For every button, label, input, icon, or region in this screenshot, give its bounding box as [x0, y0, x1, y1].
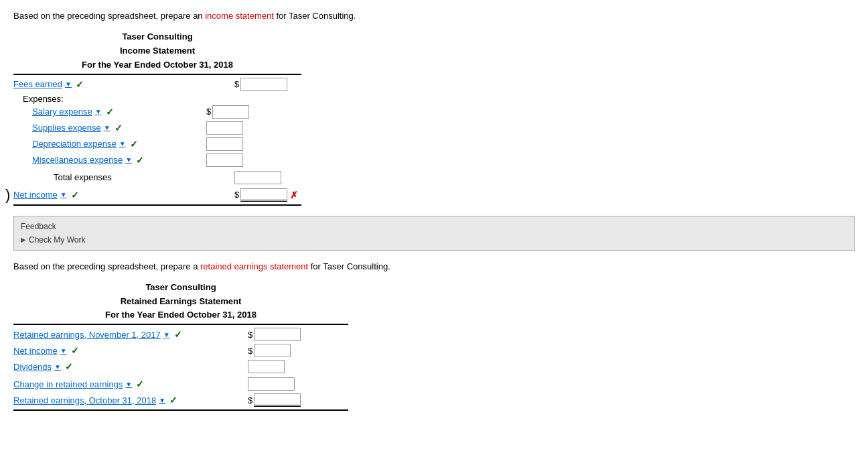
income-title-period: For the Year Ended October 31, 2018 [13, 58, 301, 72]
supplies-expense-row: Supplies expense ▼ ✓ [32, 121, 301, 135]
supplies-check: ✓ [115, 123, 123, 133]
depreciation-expense-label[interactable]: Depreciation expense ▼ [32, 139, 126, 149]
misc-expense-row: Miscellaneous expense ▼ ✓ [32, 153, 301, 167]
re-oct-label[interactable]: Retained earnings, October 31, 2018 ▼ [13, 395, 165, 405]
dividends-label[interactable]: Dividends ▼ [13, 362, 61, 372]
misc-input-col [206, 153, 243, 167]
re-net-income-input[interactable] [254, 344, 291, 357]
depreciation-expense-row: Depreciation expense ▼ ✓ [32, 137, 301, 151]
total-expenses-label: Total expenses [13, 172, 234, 182]
re-nov-row: Retained earnings, November 1, 2017 ▼ ✓ … [13, 328, 348, 341]
re-oct-input-col: $ [248, 393, 301, 407]
retained-earnings-container: Taser Consulting Retained Earnings State… [13, 281, 855, 411]
re-nov-label[interactable]: Retained earnings, November 1, 2017 ▼ [13, 330, 170, 340]
net-income-check: ✓ [71, 190, 79, 200]
change-re-input[interactable] [248, 377, 295, 391]
instruction-highlight-2: retained earnings statement [200, 261, 308, 271]
check-my-work-arrow: ▶ [21, 236, 26, 243]
total-expenses-row: Total expenses [13, 171, 301, 184]
feedback-title: Feedback [21, 222, 847, 231]
instruction-1: Based on the preceding spreadsheet, prep… [13, 10, 855, 22]
total-expenses-input-col [234, 171, 281, 184]
re-nov-input-col: $ [248, 328, 301, 341]
income-statement-header: Taser Consulting Income Statement For th… [13, 30, 301, 72]
re-net-income-input-col: $ [248, 344, 291, 357]
net-income-input[interactable] [240, 188, 287, 202]
income-statement-container: Taser Consulting Income Statement For th… [13, 30, 855, 205]
re-oct-input[interactable] [254, 393, 301, 407]
net-income-label[interactable]: Net income ▼ [13, 190, 67, 200]
net-income-error-icon: ✗ [290, 190, 298, 200]
supplies-input-col [206, 121, 243, 135]
re-oct-check: ✓ [169, 395, 177, 405]
net-income-dropdown[interactable]: ▼ [60, 191, 67, 198]
change-re-label[interactable]: Change in retained earnings ▼ [13, 379, 132, 389]
income-title-company: Taser Consulting [13, 30, 301, 44]
change-re-check: ✓ [136, 379, 144, 389]
salary-check: ✓ [106, 107, 114, 117]
salary-dropdown[interactable]: ▼ [95, 108, 102, 115]
misc-input[interactable] [206, 153, 243, 167]
dividends-input-col [248, 360, 285, 373]
re-title-company: Taser Consulting [13, 281, 348, 295]
fees-earned-check: ✓ [76, 79, 84, 90]
re-nov-check: ✓ [174, 329, 182, 340]
depreciation-input-col [206, 137, 243, 151]
feedback-box: Feedback ▶ Check My Work [13, 216, 855, 251]
fees-earned-dropdown[interactable]: ▼ [65, 80, 72, 88]
expenses-label: Expenses: [23, 94, 301, 104]
dividends-input[interactable] [248, 360, 285, 373]
re-net-income-dropdown[interactable]: ▼ [60, 347, 67, 355]
dividends-dropdown[interactable]: ▼ [54, 363, 61, 371]
misc-check: ✓ [136, 155, 144, 166]
net-income-row: ) Net income ▼ ✓ $ ✗ [13, 188, 301, 202]
retained-earnings-header: Taser Consulting Retained Earnings State… [13, 281, 348, 322]
salary-input[interactable] [212, 105, 249, 119]
supplies-dropdown[interactable]: ▼ [104, 124, 111, 131]
re-oct-dropdown[interactable]: ▼ [159, 397, 165, 404]
instruction-2: Based on the preceding spreadsheet, prep… [13, 261, 855, 273]
net-income-bracket: ) [5, 186, 10, 204]
fees-earned-input-col: $ [234, 78, 287, 91]
total-expenses-input[interactable] [234, 171, 281, 184]
re-net-income-label[interactable]: Net income ▼ [13, 346, 67, 356]
re-title-type: Retained Earnings Statement [13, 295, 348, 309]
net-income-input-col: $ ✗ [234, 188, 298, 202]
fees-earned-label[interactable]: Fees earned ▼ [13, 79, 72, 89]
fees-earned-input[interactable] [240, 78, 287, 91]
salary-expense-label[interactable]: Salary expense ▼ [32, 107, 102, 117]
change-re-row: Change in retained earnings ▼ ✓ [13, 377, 348, 391]
dividends-row: Dividends ▼ ✓ [13, 360, 348, 373]
instruction-highlight-1: income statement [205, 11, 274, 21]
depreciation-dropdown[interactable]: ▼ [119, 140, 126, 147]
misc-dropdown[interactable]: ▼ [125, 156, 132, 164]
change-re-dropdown[interactable]: ▼ [125, 381, 132, 388]
re-net-income-row: Net income ▼ ✓ $ [13, 344, 348, 357]
misc-expense-label[interactable]: Miscellaneous expense ▼ [32, 155, 132, 165]
supplies-input[interactable] [206, 121, 243, 135]
re-oct-row: Retained earnings, October 31, 2018 ▼ ✓ … [13, 393, 348, 407]
check-my-work-button[interactable]: ▶ Check My Work [21, 235, 847, 245]
change-re-input-col [248, 377, 295, 391]
depreciation-check: ✓ [130, 139, 138, 149]
re-nov-dropdown[interactable]: ▼ [163, 331, 170, 338]
salary-input-col: $ [206, 105, 249, 119]
dividends-check: ✓ [65, 361, 73, 372]
re-nov-input[interactable] [254, 328, 301, 341]
income-title-type: Income Statement [13, 44, 301, 58]
re-title-period: For the Year Ended October 31, 2018 [13, 308, 348, 322]
depreciation-input[interactable] [206, 137, 243, 151]
fees-earned-row: Fees earned ▼ ✓ $ [13, 78, 301, 91]
salary-expense-row: Salary expense ▼ ✓ $ [32, 105, 301, 119]
supplies-expense-label[interactable]: Supplies expense ▼ [32, 123, 111, 133]
re-net-income-check: ✓ [71, 345, 79, 356]
